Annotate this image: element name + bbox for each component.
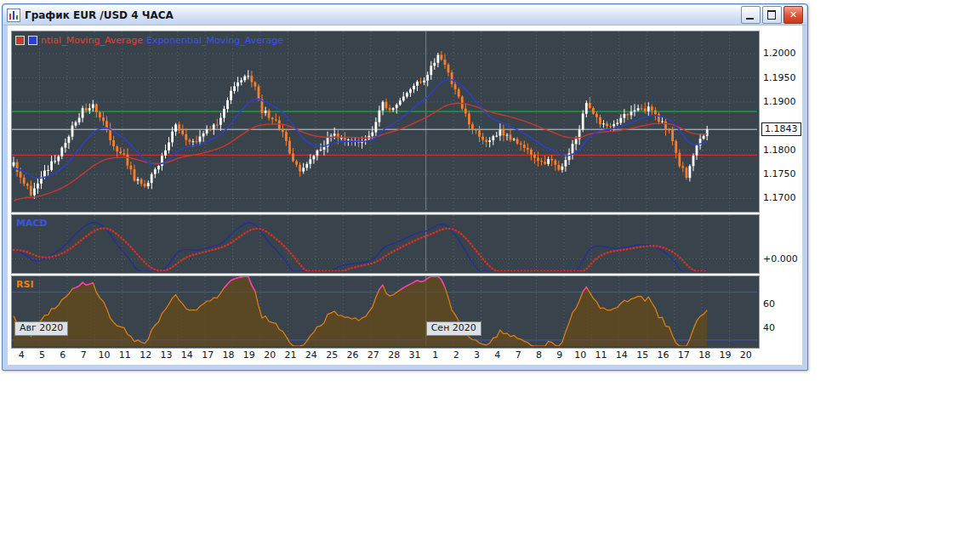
day-label: 7	[81, 349, 87, 361]
day-label: 28	[388, 349, 400, 361]
price-tick-label: 1.1800	[763, 145, 796, 156]
legend-blue-swatch[interactable]	[28, 36, 37, 45]
day-label: 11	[595, 349, 607, 361]
day-label: 1	[432, 349, 438, 361]
indicator-legend: ntial_Moving_Average Exponential_Moving_…	[15, 36, 283, 45]
ema-fast-line	[14, 79, 707, 178]
day-label: 20	[740, 349, 752, 361]
macd-line	[14, 222, 707, 271]
price-panel[interactable]: ntial_Moving_Average Exponential_Moving_…	[11, 31, 760, 213]
day-label: 10	[574, 349, 586, 361]
day-label: 24	[305, 349, 317, 361]
rsi-tick-label: 40	[763, 322, 775, 334]
price-tick-label: 1.1700	[763, 192, 796, 204]
day-label: 8	[536, 349, 542, 361]
titlebar[interactable]: График EUR /USD 4 ЧАСА	[3, 5, 806, 26]
day-label: 17	[202, 349, 214, 361]
rsi-label: RSI	[16, 279, 34, 290]
price-tick-label: 1.1750	[763, 168, 796, 180]
rsi-fill	[14, 276, 707, 346]
minimize-button[interactable]	[741, 6, 761, 24]
chart-client-area: ntial_Moving_Average Exponential_Moving_…	[8, 26, 802, 365]
macd-zero-label: +0.000	[763, 253, 798, 265]
current-price-label: 1.1843	[761, 122, 801, 136]
day-label: 14	[181, 349, 193, 361]
close-button[interactable]	[783, 6, 803, 24]
price-tick-label: 1.1950	[763, 72, 796, 84]
day-label: 31	[409, 349, 421, 361]
candles	[13, 51, 709, 199]
rsi-chart-svg	[12, 276, 757, 346]
day-label: 10	[99, 349, 111, 361]
ema-red-label: ntial_Moving_Average	[41, 36, 143, 45]
day-label: 21	[285, 349, 297, 361]
day-label: 19	[720, 349, 732, 361]
month-label-sep: Сен 2020	[426, 321, 481, 336]
candlestick-chart-icon	[7, 9, 20, 22]
day-label: 6	[60, 349, 66, 361]
macd-label: MACD	[16, 218, 48, 229]
day-label: 2	[453, 349, 459, 361]
macd-signal-line	[14, 228, 707, 271]
rsi-panel[interactable]: RSI	[11, 276, 760, 349]
day-label: 9	[556, 349, 562, 361]
day-label: 18	[223, 349, 235, 361]
price-axis[interactable]: 1.20001.19501.19001.18001.17501.17001.18…	[760, 26, 802, 365]
chart-window: График EUR /USD 4 ЧАСА ntial_Moving_Aver…	[2, 3, 808, 371]
day-label: 4	[19, 349, 25, 361]
day-label: 13	[161, 349, 173, 361]
price-chart-svg	[12, 31, 757, 210]
rsi-tick-label: 60	[763, 298, 775, 310]
day-label: 15	[636, 349, 648, 361]
day-label: 7	[516, 349, 521, 361]
day-label: 27	[368, 349, 379, 361]
day-label: 12	[140, 349, 151, 361]
ema-blue-label: Exponential_Moving_Average	[146, 36, 283, 45]
day-label: 5	[39, 349, 45, 361]
window-title: График EUR /USD 4 ЧАСА	[25, 9, 737, 21]
macd-panel[interactable]: MACD	[11, 214, 760, 274]
price-tick-label: 1.1900	[763, 96, 796, 108]
month-label-aug: Авг 2020	[14, 321, 68, 336]
day-label: 19	[243, 349, 255, 361]
day-label: 14	[616, 349, 628, 361]
day-label: 25	[326, 349, 338, 361]
day-label: 11	[119, 349, 131, 361]
maximize-button[interactable]	[762, 6, 782, 24]
time-axis[interactable]: 4567101112131417181920212425262728311234…	[8, 349, 802, 363]
price-tick-label: 1.2000	[763, 48, 796, 60]
day-label: 4	[494, 349, 500, 361]
day-label: 17	[678, 349, 690, 361]
day-label: 26	[347, 349, 359, 361]
ema-slow-line	[14, 103, 707, 201]
day-label: 3	[474, 349, 480, 361]
macd-chart-svg	[12, 215, 757, 271]
legend-red-swatch[interactable]	[15, 36, 25, 45]
day-label: 18	[698, 349, 710, 361]
window-controls	[741, 6, 803, 24]
day-label: 16	[658, 349, 669, 361]
day-label: 20	[264, 349, 276, 361]
